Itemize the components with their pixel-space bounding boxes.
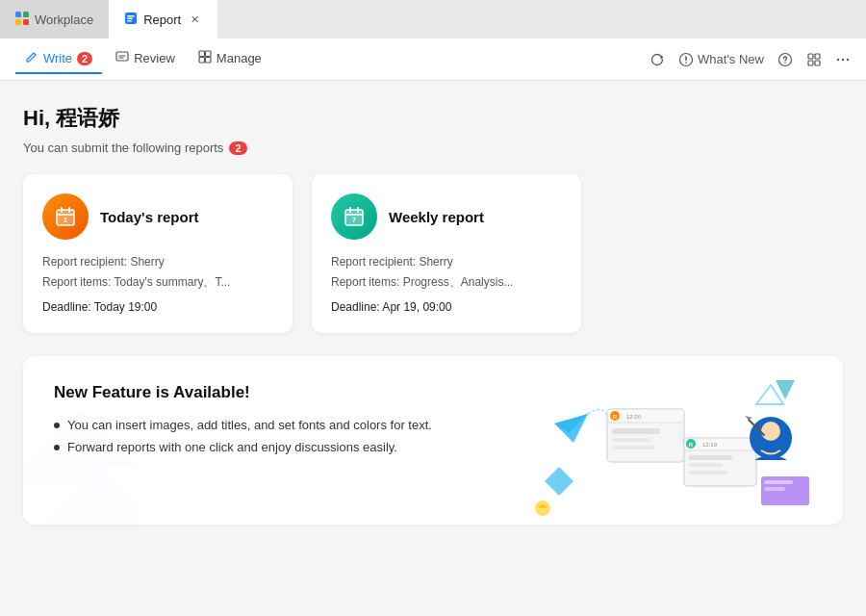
svg-rect-50 <box>612 446 655 449</box>
today-card-items: Report items: Today's summary、T... <box>42 274 273 291</box>
svg-point-17 <box>784 62 785 63</box>
tab-workplace-label: Workplace <box>35 13 93 27</box>
review-label: Review <box>134 51 175 65</box>
svg-text:7: 7 <box>352 216 357 224</box>
feature-illustration: R 12:20 R 12:19 <box>516 366 824 520</box>
report-cards: 1 Today's report Report recipient: Sherr… <box>23 174 843 333</box>
report-tab-icon <box>124 12 138 28</box>
svg-rect-11 <box>199 58 205 64</box>
workplace-icon <box>15 12 29 28</box>
svg-rect-58 <box>689 471 727 475</box>
svg-rect-2 <box>15 19 21 25</box>
greeting-text: Hi, 程语娇 <box>23 104 843 133</box>
write-icon <box>25 50 38 66</box>
svg-text:12:20: 12:20 <box>626 414 642 420</box>
feature-bullets: You can insert images, add titles, and s… <box>54 418 535 454</box>
refresh-button[interactable] <box>650 52 665 67</box>
bullet-dot-2 <box>54 445 60 450</box>
write-label: Write <box>43 51 72 65</box>
manage-icon <box>198 50 212 66</box>
svg-point-63 <box>761 422 780 441</box>
today-report-card[interactable]: 1 Today's report Report recipient: Sherr… <box>23 174 293 333</box>
svg-rect-18 <box>808 54 813 59</box>
svg-rect-12 <box>205 58 211 64</box>
svg-point-15 <box>685 62 687 64</box>
today-card-title: Today's report <box>100 209 198 225</box>
svg-rect-49 <box>612 438 650 442</box>
today-card-deadline: Deadline: Today 19:00 <box>42 300 273 314</box>
weekly-card-deadline: Deadline: Apr 19, 09:00 <box>331 300 562 314</box>
svg-rect-3 <box>23 19 29 25</box>
tab-bar: Workplace Report ✕ <box>0 0 866 38</box>
weekly-card-items: Report items: Progress、Analysis... <box>331 274 562 291</box>
subtitle-row: You can submit the following reports 2 <box>23 141 843 155</box>
svg-rect-48 <box>612 428 660 434</box>
svg-rect-19 <box>815 54 820 59</box>
bullet-text-1: You can insert images, add titles, and s… <box>67 418 432 432</box>
today-card-header: 1 Today's report <box>42 193 273 240</box>
bullet-text-2: Forward reports with one click and enjoy… <box>67 440 397 454</box>
svg-text:R: R <box>689 442 694 448</box>
feature-title: New Feature is Available! <box>54 383 535 402</box>
feature-content: New Feature is Available! You can insert… <box>54 383 535 454</box>
subtitle-count-badge: 2 <box>229 141 246 155</box>
svg-text:1: 1 <box>64 216 68 224</box>
tab-workplace[interactable]: Workplace <box>0 0 109 38</box>
svg-rect-6 <box>127 17 133 19</box>
toolbar-nav: Write 2 Review Manage <box>15 44 650 74</box>
svg-rect-57 <box>689 463 723 467</box>
bullet-dot-1 <box>54 423 60 428</box>
svg-rect-5 <box>127 15 135 17</box>
subtitle-text: You can submit the following reports <box>23 141 223 155</box>
whats-new-button[interactable]: What's New <box>678 52 764 67</box>
tab-report[interactable]: Report ✕ <box>109 0 217 38</box>
svg-point-22 <box>837 58 839 60</box>
weekly-card-icon: 7 <box>331 193 377 240</box>
toolbar: Write 2 Review Manage <box>0 38 866 81</box>
svg-rect-1 <box>23 12 29 17</box>
more-button[interactable] <box>835 52 851 67</box>
manage-nav-item[interactable]: Manage <box>189 44 271 74</box>
svg-text:R: R <box>613 414 618 420</box>
weekly-card-title: Weekly report <box>389 209 484 225</box>
main-content: Hi, 程语娇 You can submit the following rep… <box>0 81 866 616</box>
svg-rect-10 <box>205 51 211 57</box>
svg-rect-68 <box>764 487 785 491</box>
whats-new-label: What's New <box>698 52 764 66</box>
svg-rect-56 <box>689 455 732 460</box>
svg-point-23 <box>842 58 844 60</box>
weekly-card-recipient: Report recipient: Sherry <box>331 255 562 269</box>
svg-rect-7 <box>127 20 132 22</box>
svg-marker-45 <box>545 467 573 496</box>
feature-bullet-2: Forward reports with one click and enjoy… <box>54 440 535 454</box>
svg-rect-20 <box>808 61 813 65</box>
help-button[interactable] <box>777 52 793 67</box>
svg-marker-65 <box>745 416 752 420</box>
svg-rect-67 <box>764 480 793 484</box>
today-card-recipient: Report recipient: Sherry <box>42 255 273 269</box>
svg-rect-21 <box>815 61 820 65</box>
today-card-icon: 1 <box>42 193 89 240</box>
tab-report-label: Report <box>143 13 181 27</box>
svg-marker-44 <box>756 385 783 404</box>
write-badge: 2 <box>77 52 92 65</box>
svg-rect-9 <box>199 51 205 57</box>
review-nav-item[interactable]: Review <box>106 44 185 74</box>
weekly-card-header: 7 Weekly report <box>331 193 562 240</box>
weekly-report-card[interactable]: 7 Weekly report Report recipient: Sherry… <box>312 174 581 333</box>
manage-label: Manage <box>216 51 262 65</box>
write-nav-item[interactable]: Write 2 <box>15 44 102 74</box>
svg-text:12:19: 12:19 <box>702 442 718 448</box>
review-icon <box>115 50 129 66</box>
template-button[interactable] <box>806 52 822 67</box>
svg-rect-0 <box>15 12 21 17</box>
tab-close-button[interactable]: ✕ <box>187 12 202 27</box>
toolbar-right: What's New <box>650 52 851 67</box>
feature-banner: New Feature is Available! You can insert… <box>23 356 843 525</box>
feature-bullet-1: You can insert images, add titles, and s… <box>54 418 535 432</box>
svg-point-24 <box>847 58 849 60</box>
